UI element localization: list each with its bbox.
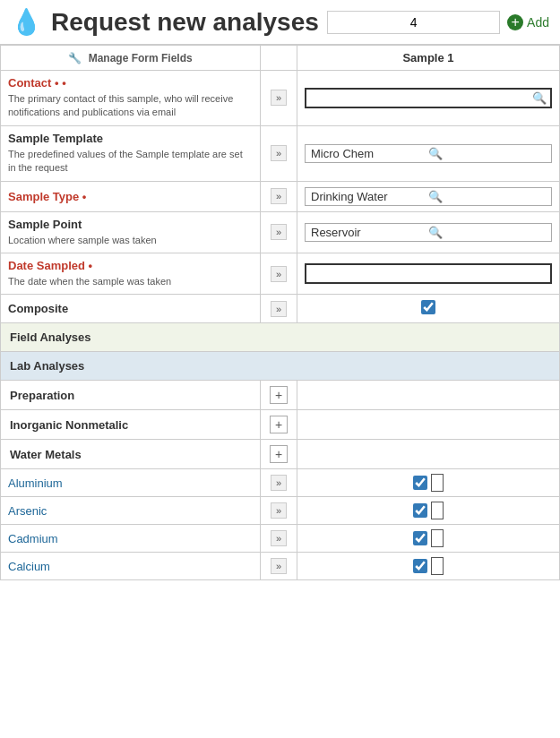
aluminium-rect-icon — [431, 474, 444, 492]
lab-analyses-section-cell: Lab Analyses — [1, 352, 560, 381]
inorganic-sample-cell — [297, 410, 560, 440]
contact-search-wrap: 🔍 — [305, 88, 552, 108]
sample-point-description: Location where sample was taken — [8, 234, 253, 247]
arsenic-rect-icon — [431, 502, 444, 519]
sample-point-value: Reservoir — [311, 226, 428, 239]
composite-arrow-btn[interactable]: » — [271, 301, 287, 317]
cadmium-label: Cadmium — [1, 525, 261, 553]
sample-type-search-wrap: Drinking Water 🔍 — [305, 187, 552, 206]
date-sampled-description: The date when the sample was taken — [8, 275, 253, 288]
sample-type-label-cell: Sample Type • — [1, 181, 261, 211]
page-header: 💧 Request new analyses + Add — [0, 0, 560, 45]
composite-label: Composite — [8, 302, 253, 315]
date-sampled-arrow-btn[interactable]: » — [271, 266, 287, 282]
sample-1-header: Sample 1 — [297, 46, 560, 71]
water-metals-sample-cell — [297, 440, 560, 469]
calcium-checkbox-wrap — [305, 557, 552, 575]
lab-analyses-section-row: Lab Analyses — [1, 352, 560, 381]
sample-point-search-icon[interactable]: 🔍 — [428, 226, 546, 239]
inorganic-plus-cell: + — [261, 410, 297, 440]
sample-type-input-cell: Drinking Water 🔍 — [297, 181, 560, 211]
sample-type-arrow-cell: » — [261, 181, 297, 211]
calcium-arrow-btn[interactable]: » — [271, 558, 287, 574]
composite-label-cell: Composite — [1, 295, 261, 323]
arsenic-arrow-btn[interactable]: » — [271, 502, 287, 519]
aluminium-checkbox-wrap — [305, 474, 552, 492]
preparation-plus-cell: + — [261, 381, 297, 410]
sample-template-search-icon[interactable]: 🔍 — [428, 147, 546, 160]
sample-template-description: The predefined values of the Sample temp… — [8, 148, 253, 176]
water-metals-add-btn[interactable]: + — [270, 445, 288, 463]
sample-template-value: Micro Chem — [311, 147, 428, 160]
composite-checkbox[interactable] — [421, 300, 435, 314]
date-sampled-input[interactable] — [310, 267, 547, 280]
water-metals-row: Water Metals + — [1, 440, 560, 469]
sample-point-arrow-cell: » — [261, 211, 297, 253]
arsenic-checkbox-cell — [297, 497, 560, 525]
cadmium-row: Cadmium » — [1, 525, 560, 553]
inorganic-label: Inorganic Nonmetalic — [1, 410, 261, 440]
sample-point-row: Sample Point Location where sample was t… — [1, 211, 560, 253]
add-label: Add — [527, 15, 549, 30]
contact-arrow-cell: » — [261, 71, 297, 126]
sample-template-input-cell: Micro Chem 🔍 — [297, 125, 560, 181]
sample-template-label-cell: Sample Template The predefined values of… — [1, 125, 261, 181]
sample-point-search-wrap: Reservoir 🔍 — [305, 223, 552, 242]
arsenic-row: Arsenic » — [1, 497, 560, 525]
sample-type-arrow-btn[interactable]: » — [271, 188, 287, 204]
inorganic-add-btn[interactable]: + — [270, 416, 288, 433]
date-sampled-label: Date Sampled • — [8, 259, 253, 272]
sample-type-label: Sample Type • — [8, 190, 253, 203]
sample-type-search-icon[interactable]: 🔍 — [428, 190, 546, 203]
sample-template-search-wrap: Micro Chem 🔍 — [305, 144, 552, 163]
cadmium-checkbox-cell — [297, 525, 560, 553]
calcium-checkbox-cell — [297, 553, 560, 580]
sample-template-arrow-btn[interactable]: » — [271, 145, 287, 161]
contact-arrow-btn[interactable]: » — [271, 90, 287, 106]
composite-arrow-cell: » — [261, 295, 297, 323]
add-button[interactable]: + Add — [507, 14, 549, 30]
aluminium-arrow-cell: » — [261, 469, 297, 497]
cadmium-arrow-cell: » — [261, 525, 297, 553]
arsenic-label: Arsenic — [1, 497, 261, 525]
calcium-checkbox[interactable] — [413, 559, 427, 573]
water-drop-icon: 💧 — [11, 7, 42, 37]
contact-input-cell: 🔍 — [297, 71, 560, 126]
calcium-rect-icon — [431, 557, 444, 575]
table-header-row: 🔧 Manage Form Fields Sample 1 — [1, 46, 560, 71]
preparation-row: Preparation + — [1, 381, 560, 410]
contact-search-icon[interactable]: 🔍 — [532, 91, 547, 105]
aluminium-label: Aluminium — [1, 469, 261, 497]
sample-template-arrow-cell: » — [261, 125, 297, 181]
arsenic-checkbox[interactable] — [413, 503, 427, 518]
page-title: Request new analyses — [51, 8, 327, 37]
date-sampled-input-cell — [297, 253, 560, 294]
date-sampled-input-wrap — [305, 263, 552, 284]
contact-description: The primary contact of this sample, who … — [8, 92, 253, 120]
date-sampled-arrow-cell: » — [261, 253, 297, 294]
preparation-add-btn[interactable]: + — [270, 386, 288, 404]
manage-fields-cell[interactable]: 🔧 Manage Form Fields — [1, 46, 261, 71]
aluminium-checkbox[interactable] — [413, 476, 427, 490]
field-analyses-section-cell: Field Analyses — [1, 323, 560, 352]
contact-search-input[interactable] — [310, 91, 532, 105]
sample-point-arrow-btn[interactable]: » — [271, 224, 287, 240]
sample-point-label-cell: Sample Point Location where sample was t… — [1, 211, 261, 253]
cadmium-checkbox[interactable] — [413, 531, 427, 545]
field-analyses-section-row: Field Analyses — [1, 323, 560, 352]
manage-fields-link[interactable]: 🔧 Manage Form Fields — [68, 52, 192, 64]
contact-row: Contact • The primary contact of this sa… — [1, 71, 560, 126]
cadmium-arrow-btn[interactable]: » — [271, 530, 287, 546]
aluminium-arrow-btn[interactable]: » — [271, 475, 287, 491]
cadmium-rect-icon — [431, 529, 444, 547]
sample-template-label: Sample Template — [8, 132, 253, 145]
cadmium-checkbox-wrap — [305, 529, 552, 547]
water-metals-label: Water Metals — [1, 440, 261, 469]
wrench-icon: 🔧 — [68, 52, 82, 64]
arsenic-arrow-cell: » — [261, 497, 297, 525]
sample-count-input[interactable] — [327, 11, 500, 34]
sample-template-row: Sample Template The predefined values of… — [1, 125, 560, 181]
calcium-arrow-cell: » — [261, 553, 297, 580]
sample-type-row: Sample Type • » Drinking Water 🔍 — [1, 181, 560, 211]
arsenic-checkbox-wrap — [305, 502, 552, 519]
